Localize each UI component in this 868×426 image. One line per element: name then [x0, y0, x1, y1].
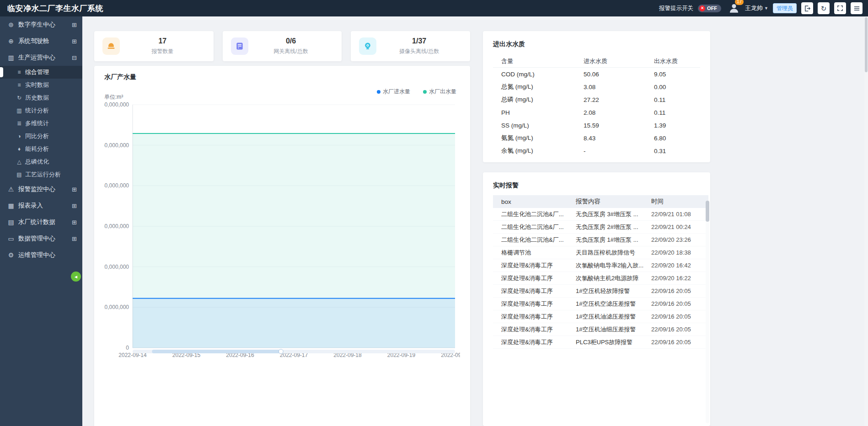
page-scrollbar[interactable] [864, 16, 868, 426]
subitem-icon: ▥ [16, 107, 23, 114]
logout-icon [804, 5, 811, 12]
fullscreen-button[interactable] [834, 2, 846, 14]
alarm-time: 22/09/20 23:26 [651, 236, 708, 243]
alarm-content: 无负压泵房 1#增压泵 ... [576, 236, 651, 244]
stat-label: 报警数量 [120, 48, 205, 55]
alarm-content: PLC3柜UPS故障报警 [576, 338, 651, 346]
stat-value: 17 [120, 37, 205, 45]
sidebar-subitem[interactable]: ≡ 实时数据 [0, 79, 82, 91]
alarm-row[interactable]: 深度处理&消毒工序 次氯酸钠电导率2输入故... 22/09/20 16:42 [493, 259, 708, 272]
svg-text:10,000,000: 10,000,000 [104, 304, 129, 310]
sidebar-item-report-entry[interactable]: ▦ 报表录入 ⊞ [0, 197, 82, 214]
table-row: SS (mg/L) 15.59 1.39 [493, 119, 700, 132]
alarm-row[interactable]: 深度处理&消毒工序 1#空压机空滤压差报警 22/09/16 20:05 [493, 298, 708, 310]
inlet-value: 50.06 [584, 71, 654, 78]
sidebar-subitem[interactable]: ↻ 历史数据 [0, 91, 82, 104]
alarm-row[interactable]: 格栅调节池 天目路压榨机故障信号 22/09/20 18:38 [493, 246, 708, 259]
sidebar-subitem[interactable]: ♦ 能耗分析 [0, 143, 82, 155]
alarm-lamp-icon [102, 37, 120, 55]
subitem-label: 工艺运行分析 [25, 170, 61, 179]
alarm-box: 深度处理&消毒工序 [493, 313, 576, 321]
expand-plus-icon[interactable]: ⊞ [72, 202, 77, 209]
legend-item-inflow[interactable]: 水厂进水量 [377, 88, 410, 96]
alarm-box: 二组生化池二沉池&厂... [493, 223, 576, 231]
stat-value: 1/37 [376, 37, 462, 45]
sidebar-item-ops-center[interactable]: ⚙ 运维管理中心 [0, 247, 82, 263]
alarm-time: 22/09/16 20:05 [651, 339, 708, 346]
camera-icon [359, 37, 376, 55]
subitem-label: 同比分析 [25, 132, 49, 140]
alarm-time: 22/09/16 20:05 [651, 313, 708, 320]
monitor-icon: ▭ [6, 235, 16, 242]
collapse-minus-icon[interactable]: ⊟ [72, 54, 77, 61]
hamburger-icon [853, 5, 860, 12]
user-avatar[interactable]: 17 [729, 3, 740, 14]
sidebar-item-label: 报表录入 [18, 202, 72, 210]
alarm-box: 格栅调节池 [493, 249, 576, 257]
sidebar-item-digital-twin-center[interactable]: ⊚ 数字孪生中心 ⊞ [0, 16, 82, 33]
alarm-content: 次氯酸钠主机2电源故障 [576, 274, 651, 282]
menu-button[interactable] [851, 2, 863, 14]
expand-plus-icon[interactable]: ⊞ [72, 186, 77, 193]
table-row: 氨氮 (mg/L) 8.43 6.80 [493, 132, 700, 144]
scrollbar-thumb[interactable] [706, 201, 709, 222]
stat-label: 网关离线/总数 [248, 48, 334, 55]
logout-button[interactable] [801, 2, 813, 14]
alarm-time: 22/09/20 16:22 [651, 275, 708, 282]
alarm-row[interactable]: 深度处理&消毒工序 1#空压机轻故障报警 22/09/16 20:05 [493, 285, 708, 298]
refresh-button[interactable]: ↻ [818, 2, 830, 14]
alarm-title: 实时报警 [483, 181, 710, 190]
outlet-value: 6.80 [654, 135, 700, 142]
user-menu[interactable]: 王龙帅 ▼ [745, 4, 768, 12]
alarm-switch-label: 报警提示开关 [659, 5, 693, 12]
table-row: COD (mg/L) 50.06 9.05 [493, 68, 700, 80]
legend-dot-icon [423, 90, 427, 94]
alarm-switch-toggle[interactable]: × OFF [698, 5, 721, 12]
arrow-left-icon: ◄ [74, 274, 78, 279]
sidebar-subitem[interactable]: ◑ 同比分析 [0, 130, 82, 143]
svg-text:20,000,000: 20,000,000 [104, 264, 129, 270]
production-chart[interactable]: 010,000,00020,000,00030,000,00040,000,00… [104, 101, 460, 421]
sidebar-subitem[interactable]: ▥ 统计分析 [0, 104, 82, 117]
expand-plus-icon[interactable]: ⊞ [72, 219, 77, 226]
sidebar-subitem[interactable]: ≣ 多维统计 [0, 117, 82, 130]
quality-parameter: 总磷 (mg/L) [493, 96, 584, 104]
water-quality-title: 进出水水质 [493, 40, 700, 48]
inlet-value: 3.08 [584, 84, 654, 91]
alarm-row[interactable]: 深度处理&消毒工序 1#空压机油细压差报警 22/09/16 20:05 [493, 323, 708, 336]
alarm-row[interactable]: 深度处理&消毒工序 次氯酸钠主机2电源故障 22/09/20 16:22 [493, 272, 708, 285]
bar-chart-icon: ▥ [6, 54, 16, 61]
water-quality-table: 含量 进水水质 出水水质 COD (mg/L) 50.06 9.05 [493, 55, 700, 157]
sidebar-item-data-center[interactable]: ▭ 数据管理中心 ⊞ [0, 230, 82, 247]
sidebar-subitem[interactable]: ≡ 综合管理 [0, 66, 82, 79]
stat-card-alarm-count: 17 报警数量 [94, 31, 214, 61]
outlet-value: 0.00 [654, 84, 700, 91]
alarm-switch-state: OFF [707, 5, 717, 11]
svg-text:50,000,000: 50,000,000 [104, 142, 129, 149]
expand-plus-icon[interactable]: ⊞ [72, 235, 77, 242]
sidebar-item-system-cockpit[interactable]: ⊕ 系统驾驶舱 ⊞ [0, 33, 82, 49]
sidebar-subitem[interactable]: △ 总磷优化 [0, 155, 82, 168]
alarm-row[interactable]: 深度处理&消毒工序 PLC3柜UPS故障报警 22/09/16 20:05 [493, 336, 708, 349]
alarm-row[interactable]: 深度处理&消毒工序 1#空压机油滤压差报警 22/09/16 20:05 [493, 310, 708, 323]
sidebar-collapse-button[interactable]: ◄ [71, 272, 81, 282]
production-chart-card: 水厂产水量 水厂进水量 水厂出水量 单位:m³ 010,000,00020,00… [94, 66, 470, 426]
sidebar-item-production-center[interactable]: ▥ 生产运营中心 ⊟ [0, 49, 82, 66]
legend-item-outflow[interactable]: 水厂出水量 [423, 88, 456, 96]
alarm-row[interactable]: 二组生化池二沉池&厂... 无负压泵房 3#增压泵 ... 22/09/21 0… [493, 208, 708, 221]
expand-plus-icon[interactable]: ⊞ [72, 38, 77, 45]
sidebar-subitem[interactable]: ▤ 工艺运行分析 [0, 168, 82, 181]
table-row: 总氮 (mg/L) 3.08 0.00 [493, 80, 700, 93]
expand-plus-icon[interactable]: ⊞ [72, 21, 77, 28]
sidebar-item-plant-statistics[interactable]: ▤ 水厂统计数据 ⊞ [0, 214, 82, 230]
alarm-row[interactable]: 二组生化池二沉池&厂... 无负压泵房 1#增压泵 ... 22/09/20 2… [493, 234, 708, 246]
inlet-value: 8.43 [584, 135, 654, 142]
outlet-value: 1.39 [654, 122, 700, 129]
alarm-scrollbar[interactable] [706, 201, 709, 423]
notification-badge: 17 [735, 0, 744, 5]
alarm-row[interactable]: 二组生化池二沉池&厂... 无负压泵房 2#增压泵 ... 22/09/21 0… [493, 221, 708, 234]
scrollbar-thumb[interactable] [865, 17, 868, 72]
sidebar-item-alarm-center[interactable]: ⚠ 报警监控中心 ⊞ [0, 181, 82, 197]
sidebar-item-label: 报警监控中心 [18, 185, 72, 193]
close-icon: × [699, 5, 705, 11]
